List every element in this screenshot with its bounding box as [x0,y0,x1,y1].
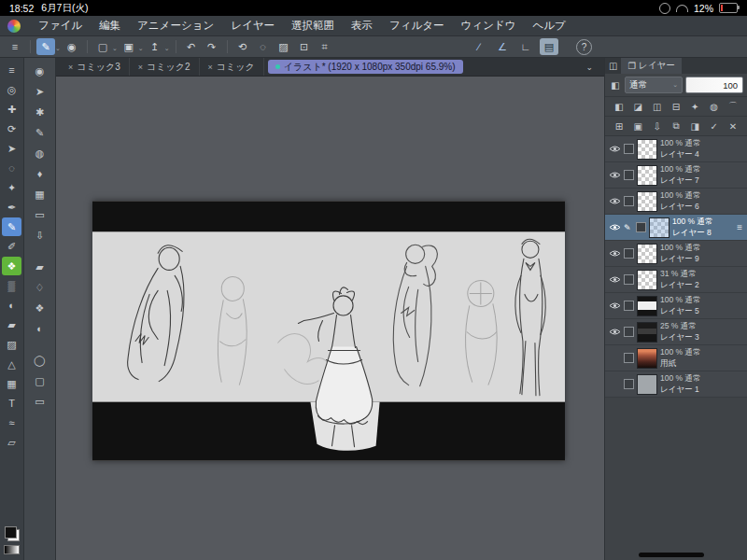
blend-circle-icon[interactable]: ◐ [29,319,51,338]
frame-border-tool-icon[interactable]: ▦ [2,374,21,393]
layer-row[interactable]: 100 % 通常レイヤー 7 [605,162,747,189]
layer-checkbox[interactable] [624,274,634,285]
airbrush-tool-icon[interactable]: ▒ [2,276,21,295]
chevron-down-icon[interactable]: ⌄ [55,45,61,52]
operation-tool-icon[interactable]: ➤ [2,139,21,158]
quick-register-icon[interactable]: ◉ [29,62,51,80]
pen-tool-icon[interactable]: ✎ [2,217,21,236]
divide-frame-icon[interactable]: ⊟ [669,99,684,114]
water-drop-icon[interactable]: ♢ [29,278,51,297]
auto-select-tool-icon[interactable]: ✦ [2,178,21,197]
new-folder-icon[interactable]: ▣ [630,119,645,133]
visibility-eye-icon[interactable] [608,328,621,336]
timeline-film-icon[interactable]: ▭ [29,205,51,224]
layer-thumbnail[interactable] [637,296,657,316]
text-tool-icon[interactable]: T [2,394,21,413]
visibility-eye-icon[interactable] [608,249,621,258]
apply-mask-icon[interactable]: ✓ [707,119,722,133]
onion-skin-icon[interactable]: ◍ [707,99,722,114]
visibility-eye-icon[interactable] [608,301,621,310]
deselect-icon[interactable]: ◌ [254,38,273,55]
eyedropper-tool-icon[interactable]: ✒ [2,198,21,217]
delete-layer-icon[interactable]: ✕ [726,119,740,133]
layer-row-selected[interactable]: ✎ 100 % 通常レイヤー 8 ≡ [605,215,747,241]
layer-thumbnail[interactable] [637,374,657,395]
download-icon[interactable]: ⇩ [29,226,51,245]
close-icon[interactable]: × [138,63,143,72]
decoration-icon[interactable]: ❖ [29,299,51,317]
tab-list-chevron-icon[interactable]: ⌄ [585,63,600,72]
menu-view[interactable]: 表示 [343,19,381,33]
transform-icon[interactable]: ⊡ [295,38,314,55]
layer-row[interactable]: 100 % 通常レイヤー 4 [605,136,747,162]
menu-filter[interactable]: フィルター [381,19,453,33]
merge-down-icon[interactable]: ⧉ [669,119,684,133]
ruler-icon[interactable]: ⌒ [726,99,740,114]
layer-row[interactable]: 25 % 通常レイヤー 3 [605,319,747,345]
chevron-down-icon[interactable]: ⌄ [138,45,144,52]
layer-thumbnail[interactable] [637,165,657,186]
gradient-swatch[interactable] [4,545,20,554]
pencil-tool-icon[interactable]: ✐ [2,237,21,256]
menu-animation[interactable]: アニメーション [129,19,222,33]
perspective-snap-icon[interactable]: ∟ [516,38,535,55]
layer-checkbox[interactable] [624,170,634,180]
clip-below-icon[interactable]: ◪ [630,99,645,114]
menu-edit[interactable]: 編集 [91,19,129,33]
canvas-viewport[interactable] [56,77,604,560]
tab-comic[interactable]: × コミック [200,58,264,76]
eraser-tool-icon[interactable]: ▱ [2,433,21,452]
menu-selection[interactable]: 選択範囲 [283,19,343,33]
chevron-down-icon[interactable]: ⌄ [112,45,118,52]
add-mask-icon[interactable]: ◨ [687,119,702,133]
redo-icon[interactable]: ↷ [203,38,221,55]
strip-menu-icon[interactable]: ≡ [2,61,21,79]
line-snap-icon[interactable]: ∕ [470,38,488,55]
blend-tool-icon[interactable]: ◐ [2,296,21,315]
layer-row[interactable]: 100 % 通常レイヤー 5 [605,293,747,319]
layer-effect-icon[interactable]: ✦ [687,99,702,114]
color-ring-icon[interactable]: ◉ [63,38,81,55]
palette-dock-toggle-icon[interactable]: ▤ [540,38,558,55]
layer-thumbnail[interactable] [637,139,657,160]
layer-checkbox[interactable] [624,196,634,206]
layer-thumbnail[interactable] [637,244,657,264]
select-area-icon[interactable]: ▨ [275,38,293,55]
visibility-eye-icon[interactable] [608,223,621,231]
main-color-black[interactable] [5,526,17,539]
shape-square-icon[interactable]: ▢ [29,371,51,390]
new-layer-icon[interactable]: ⊞ [612,119,627,133]
layer-panel-tab[interactable]: ❐ レイヤー [621,58,681,74]
tab-illustration-active[interactable]: イラスト* (1920 x 1080px 350dpi 65.9%) [268,60,463,74]
layer-row[interactable]: 100 % 通常レイヤー 1 [605,371,747,398]
angle-snap-icon[interactable]: ∠ [493,38,512,55]
clip-studio-logo-icon[interactable] [7,20,21,33]
fill-tool-icon[interactable]: ▰ [2,315,21,334]
help-icon[interactable]: ? [576,39,592,55]
layer-row[interactable]: 100 % 通常レイヤー 6 [605,189,747,215]
home-indicator[interactable] [639,553,704,557]
layer-checkbox[interactable] [624,327,634,337]
line-correction-tool-icon[interactable]: ≈ [2,413,21,432]
visibility-eye-icon[interactable] [608,171,621,179]
close-icon[interactable]: × [208,63,213,72]
blend-mode-select[interactable]: 通常 ⌄ [625,77,683,93]
visibility-eye-icon[interactable] [608,197,621,205]
main-sub-color-swatch[interactable] [5,526,20,541]
layer-thumbnail[interactable] [649,217,669,238]
figure-tool-icon[interactable]: △ [2,355,21,373]
reference-globe-icon[interactable]: ◍ [29,144,51,162]
reset-view-icon[interactable]: ⟲ [233,38,252,55]
palette-grid-icon[interactable]: ▦ [29,185,51,203]
visibility-eye-icon[interactable] [608,275,621,284]
layer-row[interactable]: 100 % 通常レイヤー 9 [605,241,747,267]
brush-tool-icon[interactable]: ❖ [2,257,21,275]
rotate-canvas-tool-icon[interactable]: ⟳ [2,119,21,138]
layer-checkbox[interactable] [624,248,634,259]
bucket-icon[interactable]: ▰ [29,258,51,276]
panel-grid-icon[interactable]: ◫ [609,61,617,71]
layer-checkbox[interactable] [624,144,634,154]
cursor-settings-icon[interactable]: ✱ [29,103,51,121]
layer-thumbnail[interactable] [637,191,657,212]
undo-icon[interactable]: ↶ [182,38,201,55]
